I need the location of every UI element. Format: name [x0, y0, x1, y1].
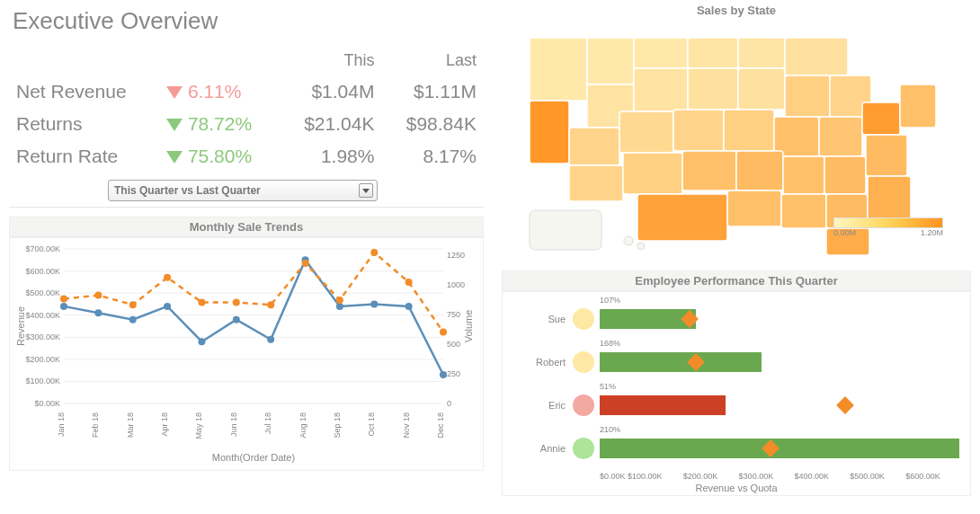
employee-name: Annie [512, 443, 573, 454]
svg-text:Apr 18: Apr 18 [160, 412, 169, 437]
svg-rect-91 [781, 194, 826, 228]
svg-rect-73 [530, 101, 569, 164]
svg-text:$400.00K: $400.00K [25, 311, 60, 320]
revenue-bar [600, 395, 726, 415]
employee-perf-title: Employee Performance This Quarter [502, 270, 971, 291]
svg-point-53 [302, 260, 309, 267]
monthly-trends-chart: $0.00K$100.00K$200.00K$300.00K$400.00K$5… [9, 237, 484, 471]
period-dropdown[interactable]: This Quarter vs Last Quarter [108, 180, 378, 201]
metric-delta: 6.11% [159, 75, 280, 108]
axis-tick: $0.00K [600, 472, 628, 481]
svg-point-36 [129, 316, 137, 323]
svg-rect-93 [868, 176, 911, 221]
col-last: Last [381, 46, 484, 75]
axis-tick: $400.00K [794, 472, 850, 481]
status-dot-icon [573, 351, 594, 373]
metric-label: Net Revenue [9, 75, 159, 108]
svg-text:$700.00K: $700.00K [25, 244, 60, 253]
metric-last: 8.17% [381, 140, 484, 173]
svg-text:$300.00K: $300.00K [25, 332, 60, 341]
svg-text:Dec 18: Dec 18 [436, 412, 445, 439]
svg-point-52 [267, 301, 274, 308]
svg-text:250: 250 [447, 369, 460, 378]
svg-rect-71 [785, 75, 830, 117]
svg-point-50 [198, 299, 205, 306]
svg-text:Jun 18: Jun 18 [229, 412, 238, 437]
axis-tick: $200.00K [683, 472, 739, 481]
svg-point-39 [233, 316, 240, 323]
svg-text:Feb 18: Feb 18 [91, 412, 100, 438]
svg-point-40 [267, 336, 274, 343]
metric-label: Returns [9, 108, 159, 140]
svg-point-42 [336, 303, 343, 310]
svg-point-38 [198, 338, 205, 345]
col-this: This [280, 46, 382, 75]
chevron-down-icon[interactable] [359, 183, 373, 198]
svg-text:$200.00K: $200.00K [25, 355, 60, 364]
svg-point-56 [405, 279, 413, 286]
metric-this: $21.04K [280, 108, 382, 140]
svg-text:500: 500 [447, 340, 460, 349]
svg-text:Aug 18: Aug 18 [298, 412, 307, 439]
svg-rect-79 [819, 117, 862, 156]
metric-last: $98.84K [381, 108, 484, 140]
svg-text:Volume: Volume [463, 310, 474, 343]
svg-text:Month(Order Date): Month(Order Date) [212, 452, 295, 463]
svg-text:750: 750 [447, 310, 460, 319]
svg-rect-69 [688, 68, 738, 110]
svg-point-49 [164, 274, 171, 281]
svg-rect-82 [569, 165, 623, 201]
metric-row-return-rate: Return Rate 75.80% 1.98% 8.17% [9, 140, 484, 173]
svg-rect-61 [530, 38, 587, 101]
svg-rect-66 [785, 38, 848, 75]
employee-row: Annie210% [512, 427, 961, 470]
svg-point-44 [405, 303, 413, 310]
svg-text:$100.00K: $100.00K [25, 377, 60, 386]
arrow-down-icon [166, 86, 183, 99]
svg-rect-77 [724, 110, 774, 151]
svg-text:Jan 18: Jan 18 [57, 412, 66, 437]
legend-gradient [833, 217, 943, 228]
svg-point-47 [94, 292, 102, 299]
svg-rect-86 [783, 156, 824, 194]
monthly-trends-title: Monthly Sale Trends [9, 217, 484, 237]
svg-rect-64 [688, 38, 738, 68]
pct-label: 107% [600, 296, 620, 305]
metric-this: 1.98% [280, 140, 382, 173]
svg-rect-63 [634, 38, 688, 68]
metric-delta: 75.80% [159, 140, 280, 173]
svg-text:Sep 18: Sep 18 [333, 412, 342, 439]
svg-rect-90 [727, 191, 781, 226]
metric-delta: 78.72% [159, 108, 280, 140]
employee-row: Eric51% [512, 384, 961, 427]
svg-point-43 [370, 300, 378, 307]
svg-point-96 [624, 236, 633, 245]
svg-rect-87 [824, 156, 866, 194]
svg-point-46 [60, 296, 67, 303]
legend-min: 0.00M [833, 228, 856, 237]
arrow-down-icon [166, 151, 183, 164]
employee-row: Robert168% [512, 341, 961, 384]
svg-rect-74 [569, 128, 619, 165]
svg-text:1250: 1250 [447, 251, 465, 260]
svg-point-37 [164, 303, 171, 310]
svg-text:0: 0 [447, 399, 451, 408]
metric-row-returns: Returns 78.72% $21.04K $98.84K [9, 108, 484, 140]
svg-point-35 [94, 309, 102, 316]
svg-point-97 [637, 243, 645, 250]
employee-name: Eric [512, 400, 573, 411]
svg-point-45 [440, 371, 447, 378]
axis-tick: $600.00K [905, 472, 961, 481]
svg-rect-62 [587, 38, 634, 84]
arrow-down-icon [166, 119, 183, 131]
quota-marker-icon [836, 396, 854, 414]
svg-text:Oct 18: Oct 18 [367, 412, 376, 437]
svg-point-55 [370, 249, 378, 256]
svg-point-34 [60, 303, 67, 310]
svg-rect-83 [623, 153, 682, 194]
axis-tick: $500.00K [850, 472, 905, 481]
pct-label: 51% [600, 382, 616, 391]
svg-rect-85 [736, 151, 783, 191]
svg-rect-84 [682, 151, 736, 191]
svg-point-51 [233, 299, 240, 306]
